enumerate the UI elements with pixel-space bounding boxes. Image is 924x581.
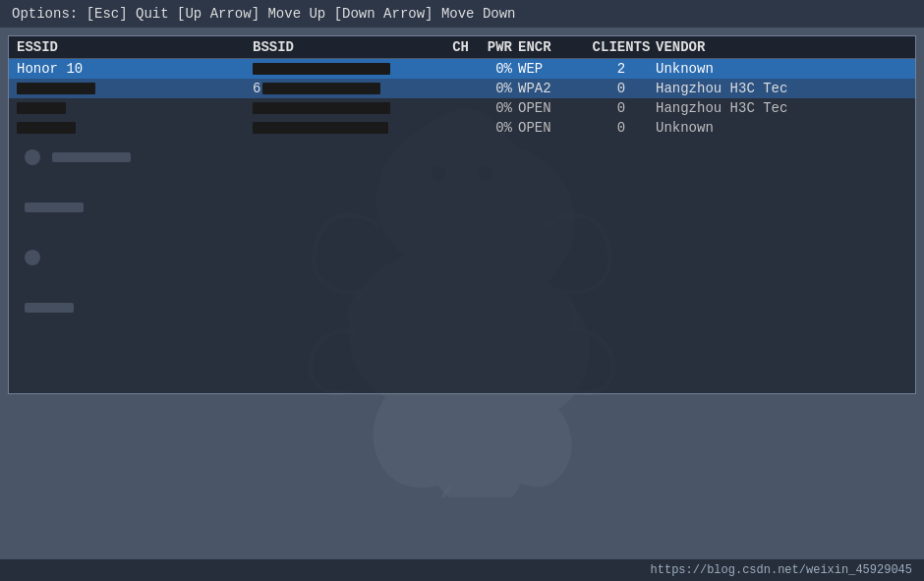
ghost-item-2 bbox=[17, 199, 907, 216]
header-essid: ESSID bbox=[17, 39, 253, 55]
ghost-text-1 bbox=[52, 152, 131, 162]
cell-clients-2: 0 bbox=[587, 81, 656, 96]
cell-bssid-1 bbox=[253, 61, 430, 77]
cell-encr-3: OPEN bbox=[518, 100, 587, 116]
cell-pwr-1: 0% bbox=[469, 61, 518, 77]
cell-vendor-4: Unknown bbox=[656, 120, 907, 136]
header-clients: CLIENTS bbox=[587, 39, 656, 55]
cell-essid-3 bbox=[17, 100, 253, 116]
bssid-redacted-2 bbox=[262, 83, 380, 94]
empty-table-area bbox=[9, 138, 915, 393]
cell-vendor-3: Hangzhou H3C Tec bbox=[656, 100, 907, 116]
header-encr: ENCR bbox=[518, 39, 587, 55]
ghost-icon-1 bbox=[25, 149, 40, 165]
bssid-redacted-4 bbox=[253, 122, 388, 134]
cell-pwr-2: 0% bbox=[469, 81, 518, 96]
cell-ch-2 bbox=[430, 81, 469, 96]
footer-bar: https://blog.csdn.net/weixin_45929045 bbox=[0, 559, 924, 581]
cell-essid-4 bbox=[17, 120, 253, 136]
table-header-row: ESSID BSSID CH PWR ENCR CLIENTS VENDOR bbox=[9, 36, 915, 59]
bssid-redacted-3 bbox=[253, 102, 390, 114]
ghost-icon-3 bbox=[25, 250, 40, 265]
cell-clients-1: 2 bbox=[587, 61, 656, 77]
header-ch: CH bbox=[430, 39, 469, 55]
cell-pwr-3: 0% bbox=[469, 100, 518, 116]
ghost-item-3 bbox=[17, 246, 907, 269]
cell-ch-3 bbox=[430, 100, 469, 116]
cell-essid-1: Honor 10 bbox=[17, 61, 253, 77]
ghost-text-4 bbox=[25, 303, 74, 313]
table-row[interactable]: 0% OPEN 0 Unknown bbox=[9, 118, 915, 138]
header-pwr: PWR bbox=[469, 39, 518, 55]
table-row[interactable]: 0% OPEN 0 Hangzhou H3C Tec bbox=[9, 98, 915, 118]
wifi-table: ESSID BSSID CH PWR ENCR CLIENTS VENDOR H… bbox=[8, 35, 916, 394]
cell-bssid-3 bbox=[253, 100, 430, 116]
ghost-item-1 bbox=[17, 145, 907, 169]
table-row[interactable]: 6 0% WPA2 0 Hangzhou H3C Tec bbox=[9, 79, 915, 98]
cell-encr-1: WEP bbox=[518, 61, 587, 77]
table-row[interactable]: Honor 10 0% WEP 2 Unknown bbox=[9, 59, 915, 79]
shortcuts-text: [Esc] Quit [Up Arrow] Move Up [Down Arro… bbox=[87, 6, 516, 22]
cell-ch-4 bbox=[430, 120, 469, 136]
ghost-text-2 bbox=[25, 203, 84, 212]
essid-redacted-4 bbox=[17, 122, 76, 134]
options-bar: Options: [Esc] Quit [Up Arrow] Move Up [… bbox=[0, 0, 924, 28]
cell-encr-2: WPA2 bbox=[518, 81, 587, 96]
cell-vendor-2: Hangzhou H3C Tec bbox=[656, 81, 907, 96]
cell-bssid-2: 6 bbox=[253, 81, 430, 96]
essid-redacted-2 bbox=[17, 83, 95, 94]
cell-clients-3: 0 bbox=[587, 100, 656, 116]
essid-redacted-3 bbox=[17, 102, 66, 114]
cell-encr-4: OPEN bbox=[518, 120, 587, 136]
header-bssid: BSSID bbox=[253, 39, 430, 55]
bssid-redacted-1 bbox=[253, 63, 390, 75]
cell-pwr-4: 0% bbox=[469, 120, 518, 136]
options-label: Options: bbox=[12, 6, 78, 22]
footer-url: https://blog.csdn.net/weixin_45929045 bbox=[651, 563, 912, 577]
cell-clients-4: 0 bbox=[587, 120, 656, 136]
ghost-item-4 bbox=[17, 299, 907, 317]
header-vendor: VENDOR bbox=[656, 39, 907, 55]
cell-essid-2 bbox=[17, 81, 253, 96]
cell-ch-1 bbox=[430, 61, 469, 77]
cell-bssid-4 bbox=[253, 120, 430, 136]
cell-vendor-1: Unknown bbox=[656, 61, 907, 77]
